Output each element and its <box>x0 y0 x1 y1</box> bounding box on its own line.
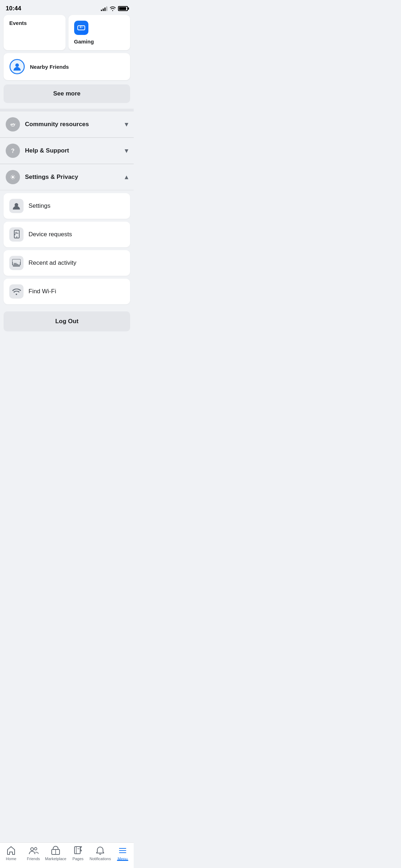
signal-icon <box>101 6 107 11</box>
status-time: 10:44 <box>6 5 21 12</box>
svg-point-3 <box>15 63 19 67</box>
settings-privacy-row[interactable]: Settings & Privacy ▴ <box>0 164 134 190</box>
events-card[interactable]: Events <box>4 15 66 50</box>
find-wifi-item[interactable]: Find Wi-Fi <box>4 279 130 304</box>
svg-line-14 <box>14 178 14 179</box>
find-wifi-label: Find Wi-Fi <box>29 288 56 295</box>
community-resources-label: Community resources <box>25 121 89 128</box>
gaming-icon <box>74 21 88 35</box>
settings-expanded-items: Settings Device requests <box>0 190 134 309</box>
recent-ad-activity-item[interactable]: Recent ad activity <box>4 250 130 276</box>
recent-ad-activity-label: Recent ad activity <box>29 259 76 267</box>
community-resources-chevron: ▾ <box>125 120 128 128</box>
section-divider-1 <box>0 109 134 112</box>
recent-ad-activity-icon <box>9 256 24 270</box>
svg-point-8 <box>12 176 14 178</box>
gaming-label: Gaming <box>74 38 125 45</box>
status-icons <box>101 6 128 11</box>
nearby-friends-row: Nearby Friends <box>0 53 134 83</box>
help-support-icon: ? <box>6 144 20 158</box>
settings-privacy-label: Settings & Privacy <box>25 174 78 181</box>
settings-item-label: Settings <box>29 202 50 210</box>
wifi-icon <box>109 6 116 11</box>
device-requests-icon <box>9 227 24 242</box>
nearby-friends-card[interactable]: Nearby Friends <box>4 53 130 80</box>
settings-privacy-chevron: ▴ <box>125 173 128 181</box>
see-more-button[interactable]: See more <box>4 84 130 103</box>
nearby-friends-icon <box>9 59 25 74</box>
status-bar: 10:44 <box>0 0 134 15</box>
events-label: Events <box>9 20 60 26</box>
nearby-friends-label: Nearby Friends <box>30 64 69 70</box>
settings-item[interactable]: Settings <box>4 193 130 219</box>
community-resources-icon <box>6 117 20 131</box>
help-support-left: ? Help & Support <box>6 144 69 158</box>
device-requests-label: Device requests <box>29 231 72 238</box>
svg-line-15 <box>14 175 14 176</box>
community-resources-row[interactable]: Community resources ▾ <box>0 112 134 138</box>
gaming-card[interactable]: Gaming <box>68 15 130 50</box>
find-wifi-icon <box>9 284 24 299</box>
help-support-label: Help & Support <box>25 147 69 154</box>
scroll-content: Events Gaming Nearby Friends <box>0 15 134 367</box>
svg-line-16 <box>11 178 11 179</box>
settings-privacy-icon <box>6 170 20 184</box>
svg-line-13 <box>11 175 11 176</box>
svg-rect-23 <box>12 259 20 262</box>
top-cards-row: Events Gaming <box>0 15 134 53</box>
device-requests-item[interactable]: Device requests <box>4 222 130 247</box>
logout-button[interactable]: Log Out <box>4 311 130 331</box>
svg-point-19 <box>16 237 17 238</box>
community-resources-left: Community resources <box>6 117 89 131</box>
bottom-spacer <box>0 339 134 367</box>
help-support-row[interactable]: ? Help & Support ▾ <box>0 138 134 164</box>
battery-icon <box>118 6 128 11</box>
settings-item-icon <box>9 199 24 213</box>
help-support-chevron: ▾ <box>125 147 128 155</box>
svg-text:?: ? <box>11 148 15 154</box>
settings-privacy-left: Settings & Privacy <box>6 170 78 184</box>
